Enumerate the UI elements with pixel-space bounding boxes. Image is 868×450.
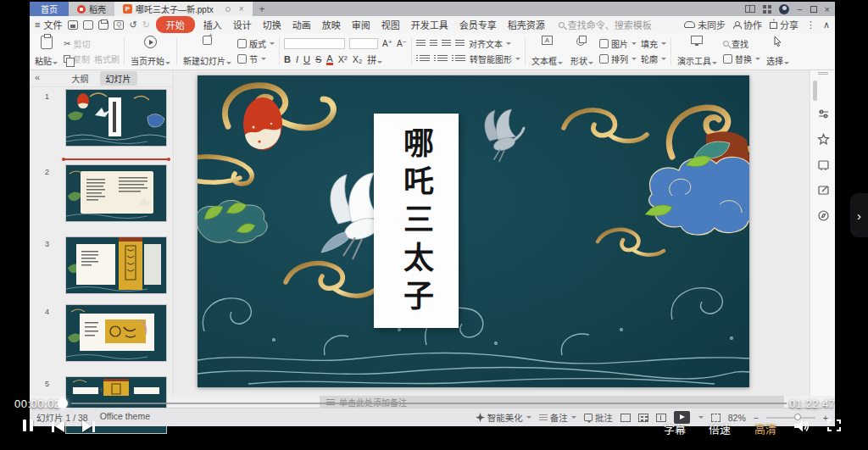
window-switch-icon[interactable]	[817, 158, 830, 171]
restore-button[interactable]	[810, 6, 817, 13]
layout-button[interactable]: 版式	[237, 37, 275, 50]
video-next-button[interactable]	[82, 420, 95, 432]
close-tab-icon[interactable]: ×	[239, 4, 244, 14]
replace-button[interactable]: 替换	[723, 53, 760, 65]
normal-view-icon[interactable]	[620, 414, 631, 422]
sync-status[interactable]: 未同步	[684, 18, 726, 31]
slide-sorter-view-icon[interactable]	[638, 414, 648, 422]
superscript-button[interactable]: X²	[338, 54, 348, 64]
add-slide-button[interactable]: +	[30, 382, 173, 396]
format-painter-button[interactable]: 格式刷	[94, 53, 120, 65]
decrease-font-button[interactable]: A⁻	[397, 39, 407, 48]
copy-button[interactable]: 复制	[64, 53, 90, 65]
shape-button[interactable]: 形状	[569, 35, 595, 68]
indent-icon[interactable]	[455, 55, 465, 63]
align-right-icon[interactable]	[442, 40, 451, 47]
menu-item-member[interactable]: 会员专享	[457, 18, 499, 31]
select-button[interactable]: 选择	[765, 35, 791, 68]
expand-panel-chevron[interactable]: ›	[850, 193, 868, 237]
menu-item-insert[interactable]: 插入	[201, 18, 225, 31]
quality-button[interactable]: 高清	[754, 420, 776, 436]
bullet-list-icon[interactable]	[420, 55, 430, 63]
subtitle-button[interactable]: 字幕	[664, 420, 686, 436]
slide-thumbnail-4[interactable]	[66, 305, 166, 361]
effects-star-icon[interactable]	[817, 133, 830, 146]
close-window-button[interactable]: ×	[825, 4, 830, 14]
share-button[interactable]: 分享	[770, 18, 798, 31]
menu-item-animation[interactable]: 动画	[290, 18, 314, 31]
paste-button[interactable]: 粘贴	[33, 35, 59, 68]
properties-sliders-icon[interactable]	[817, 108, 830, 120]
smart-graphic-button[interactable]: 转智能图形	[470, 53, 520, 65]
collaborate-button[interactable]: 协作	[733, 18, 762, 31]
collapse-panel-icon[interactable]: «	[35, 72, 40, 82]
print-icon[interactable]	[98, 20, 108, 30]
underline-button[interactable]: U	[303, 54, 310, 64]
align-left-icon[interactable]	[416, 40, 426, 47]
minimize-button[interactable]: −	[797, 4, 802, 14]
increase-font-button[interactable]: A⁺	[382, 39, 392, 48]
undo-icon[interactable]: ↺	[129, 19, 136, 31]
slide-thumbnail-1[interactable]	[66, 90, 166, 146]
slide-thumbnail-2[interactable]	[66, 165, 166, 221]
menu-item-design[interactable]: 设计	[231, 18, 254, 31]
smart-beautify-button[interactable]: 智能美化	[476, 411, 531, 424]
save-icon[interactable]	[68, 20, 78, 30]
workspace-grid-icon[interactable]	[763, 5, 771, 14]
title-text-box[interactable]: 哪吒三太子	[374, 114, 459, 328]
user-avatar[interactable]	[779, 4, 789, 14]
play-from-page-button[interactable]: 当页开始	[129, 35, 172, 68]
more-menu-icon[interactable]: ⋮	[806, 19, 815, 31]
rail-handle-icon[interactable]	[818, 72, 828, 76]
font-name-select[interactable]	[284, 38, 345, 49]
cut-button[interactable]: ✂剪切	[64, 37, 90, 50]
menu-item-docer-res[interactable]: 稻壳资源	[505, 18, 548, 31]
video-progress-handle[interactable]	[58, 398, 68, 408]
command-search-box[interactable]: 查找命令、搜索模板	[559, 18, 652, 31]
font-size-select[interactable]	[349, 38, 378, 49]
align-text-button[interactable]: 对齐文本	[469, 37, 511, 50]
print-preview-icon[interactable]	[114, 20, 124, 30]
menu-item-slideshow[interactable]: 放映	[320, 18, 343, 31]
menu-item-transition[interactable]: 切换	[260, 18, 284, 31]
vertical-scrollbar[interactable]	[813, 81, 817, 101]
collapse-ribbon-icon[interactable]: ∧	[823, 19, 830, 31]
tab-outline[interactable]: 大纲	[66, 71, 95, 86]
menu-item-home[interactable]: 开始	[156, 16, 195, 33]
strikethrough-button[interactable]: S	[315, 54, 321, 64]
tab-slides[interactable]: 幻灯片	[100, 71, 137, 86]
volume-icon[interactable]	[793, 419, 810, 433]
notes-bar[interactable]: 单击此处添加备注	[320, 396, 784, 408]
compass-icon[interactable]	[817, 209, 830, 222]
slide-canvas[interactable]: 哪吒三太子	[198, 75, 749, 387]
bold-button[interactable]: B	[284, 54, 291, 64]
present-tools-button[interactable]: 演示工具	[676, 35, 719, 68]
video-progress-track[interactable]	[71, 403, 787, 404]
tab-home[interactable]: 首页	[30, 2, 69, 16]
find-button[interactable]: 查找	[723, 37, 748, 50]
section-button[interactable]: 节	[237, 53, 266, 65]
new-slide-button[interactable]: 新建幻灯片	[181, 35, 233, 68]
picture-button[interactable]: 图片	[599, 37, 637, 50]
number-list-icon[interactable]	[437, 55, 448, 63]
outline-button[interactable]: 轮廓	[641, 53, 666, 65]
menu-item-review[interactable]: 审阅	[349, 18, 373, 31]
file-menu[interactable]: ≡文件	[35, 18, 62, 31]
align-center-icon[interactable]	[430, 40, 437, 47]
speed-button[interactable]: 倍速	[709, 420, 731, 436]
font-color-button[interactable]: A	[326, 53, 332, 65]
redo-icon[interactable]: ↻	[142, 19, 150, 31]
comment-button[interactable]: 批注	[584, 411, 613, 424]
menu-item-devtools[interactable]: 开发工具	[409, 18, 451, 31]
fill-button[interactable]: 填充	[641, 37, 666, 50]
video-previous-button[interactable]	[52, 420, 64, 432]
menu-item-view[interactable]: 视图	[379, 18, 403, 31]
layout-split-icon[interactable]	[745, 5, 755, 13]
slide-thumbnail-3[interactable]	[66, 237, 166, 293]
arrange-button[interactable]: 排列	[599, 53, 637, 65]
align-justify-icon[interactable]	[455, 40, 465, 47]
window-edit-icon[interactable]	[817, 184, 830, 197]
fullscreen-button[interactable]	[827, 419, 841, 431]
text-box-button[interactable]: A文本框	[530, 35, 565, 68]
chevron-down-icon[interactable]	[698, 416, 704, 419]
